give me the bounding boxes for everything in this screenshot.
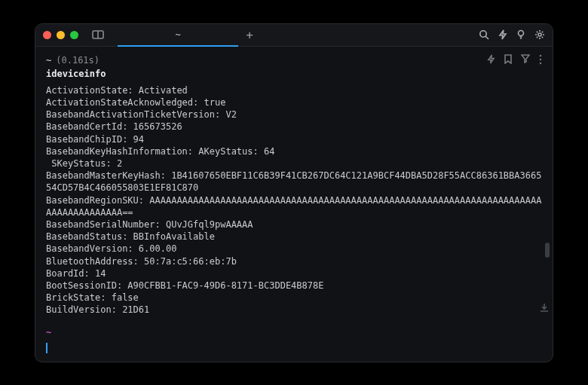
output-line: BasebandKeyHashInformation: AKeyStatus: … (46, 145, 542, 157)
output-line: BasebandRegionSKU: AAAAAAAAAAAAAAAAAAAAA… (46, 194, 542, 218)
svg-point-8 (540, 54, 541, 56)
svg-point-10 (540, 62, 541, 63)
output-line: ActivationState: Activated (46, 84, 542, 96)
command-timing: (0.161s) (56, 54, 100, 66)
output-line: BasebandVersion: 6.00.00 (46, 243, 542, 255)
split-pane-icon[interactable] (92, 30, 104, 39)
svg-point-2 (480, 31, 486, 37)
filter-icon[interactable] (521, 54, 530, 68)
terminal-window: ~ + ~ (0.161s) ideviceinfo (35, 23, 553, 362)
prompt-current: ~ (46, 326, 542, 338)
tabs: ~ + (118, 24, 473, 46)
minimize-icon[interactable] (57, 31, 65, 39)
output-line: BrickState: false (46, 292, 542, 304)
output-line: BasebandCertId: 165673526 (46, 121, 542, 133)
more-icon[interactable] (539, 54, 542, 68)
bulb-icon[interactable] (516, 29, 525, 40)
output-line: BasebandSerialNumber: QUvJGfql9pwAAAAA (46, 218, 542, 231)
search-icon[interactable] (479, 29, 489, 40)
tab-label: ~ (175, 29, 180, 40)
scrollbar-thumb[interactable] (545, 243, 550, 258)
zoom-icon[interactable] (70, 31, 78, 39)
titlebar-actions (479, 29, 545, 40)
svg-point-9 (540, 58, 541, 60)
block-actions (487, 54, 542, 68)
output-line: BasebandMasterKeyHash: 1B41607650EBF11C6… (46, 170, 542, 194)
new-tab-button[interactable]: + (238, 24, 261, 46)
input-line[interactable] (46, 342, 542, 354)
output-line: BuildVersion: 21D61 (46, 304, 542, 316)
output-line: BoardId: 14 (46, 267, 542, 280)
command-output: ActivationState: ActivatedActivationStat… (46, 84, 542, 316)
bolt-icon[interactable] (498, 29, 507, 40)
terminal-content[interactable]: ~ (0.161s) ideviceinfo ActivationState: … (35, 47, 553, 362)
output-line: BluetoothAddress: 50:7a:c5:66:eb:7b (46, 255, 542, 267)
close-icon[interactable] (43, 31, 51, 39)
svg-point-7 (538, 33, 541, 36)
prompt-path: ~ (46, 54, 51, 66)
command-name: ideviceinfo (46, 68, 542, 80)
download-icon[interactable] (539, 302, 550, 316)
bolt-icon[interactable] (487, 54, 495, 68)
svg-point-4 (519, 31, 524, 36)
gear-icon[interactable] (534, 29, 545, 40)
command-header: ~ (0.161s) (46, 54, 542, 68)
svg-line-3 (485, 36, 488, 39)
window-controls (43, 31, 78, 39)
output-line: SKeyStatus: 2 (46, 157, 542, 170)
output-line: BasebandStatus: BBInfoAvailable (46, 231, 542, 243)
titlebar: ~ + (35, 24, 553, 47)
tab-home[interactable]: ~ (118, 24, 238, 46)
bookmark-icon[interactable] (504, 54, 512, 68)
output-line: BootSessionID: A90CFBB1-FAC9-49D6-8171-B… (46, 280, 542, 292)
output-line: BasebandActivationTicketVersion: V2 (46, 108, 542, 121)
output-line: BasebandChipID: 94 (46, 133, 542, 145)
cursor (46, 343, 47, 353)
plus-icon: + (246, 28, 253, 42)
output-line: ActivationStateAcknowledged: true (46, 96, 542, 108)
